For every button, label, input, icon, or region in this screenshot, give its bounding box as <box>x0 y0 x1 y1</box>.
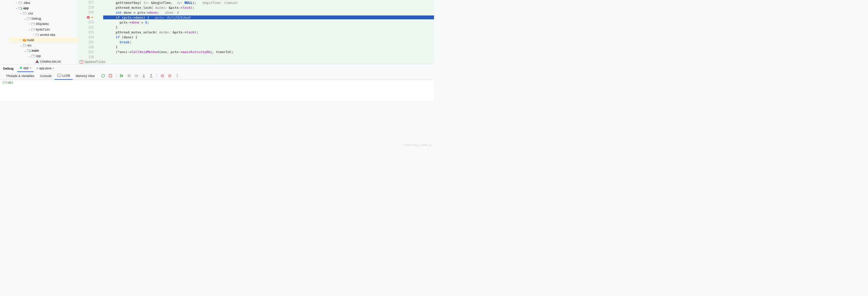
separator <box>157 74 157 78</box>
close-icon[interactable]: × <box>52 66 54 70</box>
svg-point-17 <box>177 77 177 77</box>
tree-item-src[interactable]: ⌄ src <box>0 43 78 48</box>
line-gutter[interactable]: 225 <box>78 40 95 44</box>
execution-arrow-icon <box>91 16 94 19</box>
tree-item-cmakelists[interactable]: CMakeLists.txt <box>0 59 78 64</box>
debug-tab-app[interactable]: app × <box>17 64 34 72</box>
folder-icon <box>27 17 31 21</box>
debug-config-tabs: Debug app × app-java × <box>0 64 434 72</box>
svg-rect-6 <box>128 75 129 77</box>
code-line[interactable]: 218 pthread_mutex_lock( mutex: &pctx->lo… <box>78 5 434 10</box>
line-gutter[interactable] <box>78 16 95 19</box>
more-icon[interactable] <box>175 74 179 78</box>
code-text: (*env)->CallVoidMethod(env, pctx->mainAc… <box>103 50 434 54</box>
rerun-icon[interactable] <box>101 74 105 78</box>
subtab-lldb[interactable]: LLDB <box>54 72 73 80</box>
tree-item-arm[interactable]: › arm64-v8a <box>0 32 78 37</box>
tree-item-main[interactable]: ⌄ main <box>0 48 78 53</box>
tree-label: Debug <box>32 17 41 20</box>
project-tree: › .idea ⌄ app ⌄ .cxx ⌄ Debug › 6f2p3e6x … <box>0 0 78 64</box>
terminal-icon <box>57 73 61 77</box>
code-line[interactable]: 223 pthread_mutex_unlock( mutex: &pctx->… <box>78 30 434 35</box>
subtab-memory[interactable]: Memory View <box>73 72 97 80</box>
tree-item-debug[interactable]: ⌄ Debug <box>0 16 78 21</box>
code-line[interactable]: 225 break; <box>78 40 434 45</box>
line-number: 228 <box>88 55 94 59</box>
line-gutter[interactable]: 217 <box>78 1 95 4</box>
lldb-console[interactable]: (lldb) <box>0 80 434 101</box>
resume-icon[interactable] <box>120 74 124 78</box>
folder-icon <box>22 43 27 47</box>
svg-point-1 <box>29 51 31 52</box>
subtab-threads[interactable]: Threads & Variables <box>3 72 37 80</box>
code-text: pctx->done = 0; <box>103 20 434 24</box>
line-gutter[interactable]: 227 <box>78 50 95 54</box>
code-line[interactable]: 224 if (done) { <box>78 35 434 40</box>
code-line[interactable]: 226 } <box>78 45 434 50</box>
code-text: if (pctx->done) { pctx: 0x7c242b3ea8 <box>103 15 434 19</box>
subtab-console[interactable]: Console <box>37 72 54 80</box>
step-out-icon[interactable] <box>149 74 153 78</box>
chevron-right-icon: › <box>19 38 22 42</box>
line-gutter[interactable]: 218 <box>78 6 95 9</box>
android-icon <box>19 66 22 70</box>
chevron-down-icon: ⌄ <box>27 54 31 58</box>
folder-icon <box>22 11 27 15</box>
left-gutter <box>0 0 9 64</box>
line-gutter[interactable]: 228 <box>78 55 95 59</box>
tree-label: build <box>27 38 34 42</box>
tree-item-cpp[interactable]: ⌄ cpp <box>0 53 78 59</box>
line-gutter[interactable]: 226 <box>78 45 95 49</box>
tree-item-app[interactable]: ⌄ app <box>0 5 78 11</box>
line-gutter[interactable]: 221 <box>78 20 95 24</box>
stop-icon[interactable] <box>108 74 112 78</box>
svg-line-14 <box>169 75 171 77</box>
tree-label: .cxx <box>27 12 33 15</box>
chevron-down-icon: ⌄ <box>19 12 22 15</box>
tree-item-hash1[interactable]: › 6f2p3e6x <box>0 21 78 27</box>
code-line[interactable]: 217 gettimeofday( tv: &beginTime, tz: NU… <box>78 0 434 5</box>
close-icon[interactable]: × <box>30 66 32 70</box>
debug-tab-app-java[interactable]: app-java × <box>34 64 57 72</box>
tree-item-build[interactable]: › build <box>0 37 78 43</box>
breadcrumb[interactable]: f UpdateTicks <box>78 59 434 64</box>
line-gutter[interactable]: 222 <box>78 26 95 29</box>
cmake-icon <box>35 59 39 64</box>
status-dot-icon <box>37 67 38 69</box>
code-line[interactable]: 228 <box>78 54 434 59</box>
line-number: 218 <box>88 6 94 9</box>
debug-panel: Debug app × app-java × Threads & Variabl… <box>0 64 434 148</box>
line-number: 224 <box>88 36 94 39</box>
code-line-current[interactable]: if (pctx->done) { pctx: 0x7c242b3ea8 <box>78 15 434 20</box>
tree-label: app <box>23 6 29 10</box>
tree-label: src <box>27 44 32 47</box>
chevron-down-icon: ⌄ <box>15 6 18 10</box>
code-text: pthread_mutex_lock( mutex: &pctx->lock); <box>103 6 434 9</box>
excluded-folder-icon <box>22 38 27 42</box>
tree-label: CMakeLists.txt <box>40 60 61 63</box>
tree-item-idea[interactable]: › .idea <box>0 0 78 5</box>
breadcrumb-label: UpdateTicks <box>85 60 106 64</box>
line-gutter[interactable]: 224 <box>78 36 95 39</box>
code-text: pthread_mutex_unlock( mutex: &pctx->lock… <box>103 30 434 34</box>
tree-item-cxx[interactable]: ⌄ .cxx <box>0 11 78 16</box>
breakpoint-icon[interactable] <box>87 16 94 19</box>
step-into-icon[interactable] <box>142 74 146 78</box>
line-gutter[interactable]: 219 <box>78 11 95 14</box>
line-number: 227 <box>88 50 94 54</box>
view-breakpoints-icon[interactable] <box>160 74 164 78</box>
code-line[interactable]: 227 (*env)->CallVoidMethod(env, pctx->ma… <box>78 50 434 54</box>
mute-breakpoints-icon[interactable] <box>168 74 172 78</box>
code-line[interactable]: 219 int done = pctx->done; done: 0 <box>78 10 434 15</box>
tree-item-hash2[interactable]: ⌄ 6y4a714n <box>0 27 78 32</box>
line-gutter[interactable]: 223 <box>78 31 95 34</box>
folder-icon <box>35 33 39 37</box>
step-over-icon[interactable] <box>134 74 138 78</box>
svg-rect-9 <box>143 77 145 77</box>
code-line[interactable]: 221 pctx->done = 0; <box>78 20 434 25</box>
code-editor[interactable]: 217 gettimeofday( tv: &beginTime, tz: NU… <box>78 0 434 64</box>
chevron-down-icon: ⌄ <box>27 28 31 31</box>
code-line[interactable]: 222 } <box>78 25 434 30</box>
code-text: } <box>103 25 434 29</box>
pause-icon[interactable] <box>127 74 131 78</box>
